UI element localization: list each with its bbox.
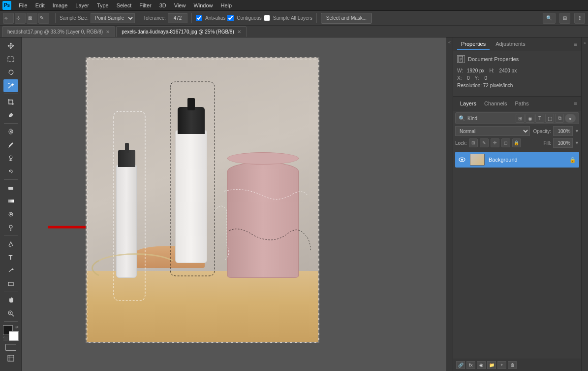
side-collapse-btn[interactable]: » [582,38,588,47]
tab-pexels-close[interactable]: ✕ [237,29,241,34]
lock-position-btn[interactable]: ✛ [491,138,499,147]
tab-layers[interactable]: Layers [457,99,479,108]
layer-name-label: Background [489,157,565,163]
add-mask-btn[interactable]: ◉ [477,361,486,369]
path-selection-tool[interactable] [3,264,18,277]
filter-type-btn[interactable]: T [535,114,544,123]
menu-view[interactable]: View [170,1,190,9]
menu-image[interactable]: Image [49,1,72,9]
tool-icon-3[interactable]: ⊠ [27,13,37,24]
cylinder-top [227,152,299,165]
dodge-tool[interactable] [3,221,18,234]
sample-size-select[interactable]: Point Sample [91,13,135,23]
layer-thumbnail [470,154,485,166]
resolution-value: 72 pixels/inch [483,83,513,88]
menu-help[interactable]: Help [217,1,236,9]
menu-window[interactable]: Window [189,1,217,9]
tab-headshot-close[interactable]: ✕ [106,29,110,34]
opacity-chevron[interactable]: ▼ [575,129,579,134]
layer-background[interactable]: Background 🔒 [455,152,579,168]
background-color[interactable] [9,331,19,341]
layers-menu-btn[interactable]: ≡ [574,100,577,107]
history-brush-tool[interactable] [3,165,18,178]
fill-chevron[interactable]: ▼ [575,140,579,145]
tool-icon-2[interactable]: ⊹ [15,13,26,24]
shape-tool[interactable] [3,277,18,290]
share-btn[interactable]: ⇪ [574,13,585,24]
collapse-panels-btn[interactable]: « [448,38,451,46]
contiguous-check[interactable] [227,15,234,21]
gradient-tool[interactable] [3,195,18,207]
color-swatches[interactable]: ⇄ ⬛ [3,325,19,341]
workspace-btn[interactable]: ⊞ [559,13,570,24]
tab-headshot[interactable]: headshot17.png @ 33.3% (Layer 0, RGB/8) … [2,26,115,37]
menu-edit[interactable]: Edit [31,1,49,9]
clone-stamp-tool[interactable] [3,152,18,165]
magic-wand-tool[interactable] [3,79,18,92]
search-btn[interactable]: 🔍 [543,13,556,24]
blend-mode-select[interactable]: Normal [455,126,530,136]
canvas-area[interactable] [22,37,446,371]
filter-smart-btn[interactable]: ⧉ [555,114,564,123]
tolerance-input[interactable] [168,13,187,23]
default-colors-icon[interactable]: ⬛ [3,337,8,341]
lock-pixels-btn[interactable]: ⊞ [469,138,478,147]
opacity-input[interactable] [553,126,573,136]
delete-layer-btn[interactable]: 🗑 [508,361,517,369]
properties-content: Document Properties W: 1920 px H: 2400 p… [453,51,581,92]
lock-paint-btn[interactable]: ✎ [480,138,489,147]
filter-toggle-btn[interactable]: ● [565,114,576,123]
anti-alias-label: Anti-alias [205,15,225,21]
menu-layer[interactable]: Layer [71,1,93,9]
eraser-tool[interactable] [3,181,18,194]
fill-input[interactable] [553,138,573,148]
lock-all-btn[interactable]: 🔒 [512,138,521,147]
lock-artboard-btn[interactable]: ◻ [501,138,510,147]
quick-mask-btn[interactable] [5,344,16,351]
eyedropper-tool[interactable] [3,109,18,122]
pen-tool[interactable] [3,237,18,250]
layers-search-icon: 🔍 [459,115,465,122]
link-layers-btn[interactable]: 🔗 [456,361,465,369]
menu-type[interactable]: Type [93,1,113,9]
add-group-btn[interactable]: 📁 [487,361,496,369]
tab-adjustments[interactable]: Adjustments [492,39,529,50]
svg-point-9 [9,225,12,228]
hand-tool[interactable] [3,294,18,306]
select-and-mask-button[interactable]: Select and Mask... [321,13,372,24]
menu-file[interactable]: File [15,1,31,9]
spot-healing-tool[interactable] [3,125,18,138]
filter-shape-btn[interactable]: ▢ [545,114,554,123]
svg-rect-5 [8,187,13,190]
layer-visibility-toggle[interactable] [458,156,466,164]
filter-adjust-btn[interactable]: ◉ [526,114,534,123]
swap-colors-icon[interactable]: ⇄ [15,325,19,330]
tab-properties[interactable]: Properties [457,39,490,50]
filter-pixels-btn[interactable]: ⊞ [516,114,525,123]
lasso-tool[interactable] [3,66,18,79]
blur-tool[interactable] [3,208,18,221]
tool-icon-1[interactable]: ⟡ [3,13,14,24]
zoom-tool[interactable] [3,307,18,320]
anti-alias-check[interactable] [196,15,202,21]
add-style-btn[interactable]: fx [466,361,475,369]
menu-select[interactable]: Select [113,1,136,9]
sample-all-check[interactable] [264,15,270,21]
properties-menu-btn[interactable]: ≡ [574,41,577,48]
tall-bottle-cap [178,107,205,134]
contiguous-label: Contiguous [237,15,262,21]
text-tool[interactable]: T [3,251,18,264]
brush-tool[interactable] [3,138,18,151]
add-layer-btn[interactable]: + [497,361,506,369]
doc-props-label: Document Properties [468,56,519,62]
tab-pexels[interactable]: pexels-daria-liudnaya-8167170.jpg @ 25% … [116,26,247,37]
crop-tool[interactable] [3,96,18,108]
menu-filter[interactable]: Filter [135,1,155,9]
marquee-tool[interactable] [3,53,18,66]
move-tool[interactable] [3,39,18,52]
tab-channels[interactable]: Channels [481,99,510,108]
menu-3d[interactable]: 3D [155,1,170,9]
tab-paths[interactable]: Paths [512,99,532,108]
tool-icon-4[interactable]: ✎ [38,13,49,24]
frame-tool[interactable] [3,352,18,365]
